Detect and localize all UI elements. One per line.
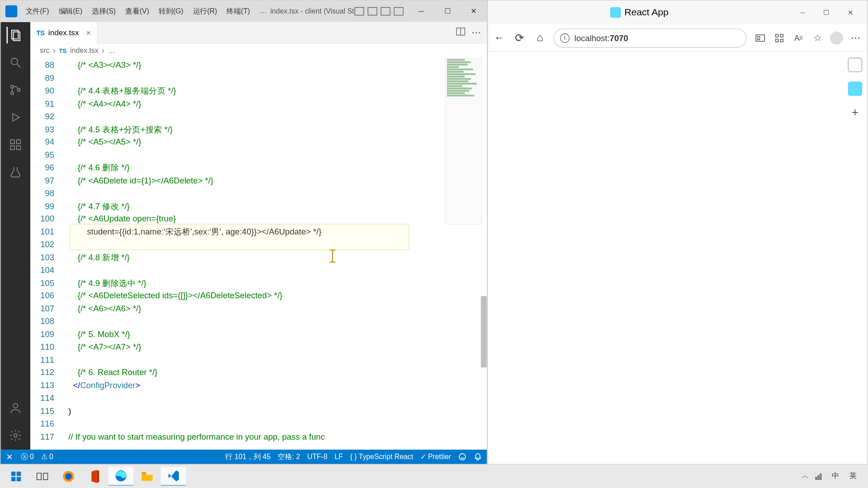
code-line[interactable]: [64, 392, 487, 404]
problems-errors[interactable]: ⓧ 0: [21, 452, 34, 462]
code-line[interactable]: {/* 4.7 修改 */}: [64, 200, 487, 212]
run-debug-icon[interactable]: [7, 109, 24, 126]
menu-selection[interactable]: 选择(S): [88, 4, 119, 19]
code-line[interactable]: {/* <A6Delete id={1}></A6Delete> */}: [64, 174, 487, 187]
layout-bottom-icon[interactable]: [368, 7, 377, 15]
code-line[interactable]: {/* <A7></A7> */}: [64, 341, 487, 353]
code-editor[interactable]: 8889909192939495969798991001011021031041…: [30, 58, 487, 450]
layout-panel-icon[interactable]: [394, 7, 403, 15]
address-bar[interactable]: i localhost:7070: [553, 28, 746, 47]
code-line[interactable]: [64, 315, 487, 328]
breadcrumb[interactable]: src › TS index.tsx › …: [30, 43, 487, 58]
read-aloud-icon[interactable]: A)): [792, 31, 805, 44]
home-button-icon[interactable]: ⌂: [533, 31, 547, 44]
code-line[interactable]: [64, 353, 487, 366]
apps-icon[interactable]: [773, 31, 786, 44]
feedback-icon[interactable]: [458, 453, 467, 461]
code-line[interactable]: {/* <A4></A4> */}: [64, 97, 487, 110]
browser-minimize-button[interactable]: ─: [791, 0, 815, 24]
office-icon[interactable]: [82, 467, 107, 486]
code-line[interactable]: {/* <A6></A6> */}: [64, 302, 487, 315]
browser-close-button[interactable]: ✕: [838, 0, 862, 24]
start-button[interactable]: [4, 467, 28, 486]
minimize-button[interactable]: ─: [408, 0, 434, 22]
back-button-icon[interactable]: ←: [493, 31, 506, 44]
minimap[interactable]: [445, 58, 482, 225]
source-control-icon[interactable]: [7, 82, 24, 99]
menu-run[interactable]: 运行(R): [189, 4, 221, 19]
layout-controls[interactable]: [354, 7, 403, 15]
notifications-bell-icon[interactable]: [474, 453, 482, 461]
code-line[interactable]: </ConfigProvider>: [64, 379, 487, 392]
enter-immersive-icon[interactable]: [754, 31, 767, 44]
code-line[interactable]: [64, 238, 487, 251]
problems-warnings[interactable]: ⚠ 0: [41, 453, 53, 461]
sidebar-panel-icon[interactable]: [848, 58, 863, 72]
tray-network-icon[interactable]: [815, 472, 824, 481]
more-menu-icon[interactable]: ⋯: [849, 31, 862, 44]
code-line[interactable]: [64, 149, 487, 161]
code-line[interactable]: {/* 4.8 新增 */}: [64, 251, 487, 264]
code-line[interactable]: {/* <A6Update open={true}: [64, 213, 487, 225]
code-line[interactable]: [64, 418, 487, 430]
prettier-status[interactable]: ✓ Prettier: [420, 453, 451, 461]
tab-index-tsx[interactable]: TS index.tsx ×: [30, 22, 97, 43]
menu-edit[interactable]: 编辑(E): [55, 4, 86, 19]
extensions-icon[interactable]: [7, 136, 24, 153]
code-line[interactable]: [64, 110, 487, 123]
sidebar-add-icon[interactable]: +: [852, 105, 859, 119]
explorer-icon[interactable]: [6, 27, 23, 43]
task-view-icon[interactable]: [30, 467, 55, 486]
breadcrumb-symbol[interactable]: …: [108, 47, 115, 55]
language-mode[interactable]: { } TypeScript React: [350, 453, 413, 461]
split-editor-icon[interactable]: [456, 27, 465, 38]
code-line[interactable]: [64, 187, 487, 200]
site-info-icon[interactable]: i: [560, 33, 570, 42]
code-line[interactable]: {/* 4.5 表格+分页+搜索 */}: [64, 123, 487, 136]
browser-maximize-button[interactable]: ☐: [815, 0, 839, 24]
profile-avatar[interactable]: [830, 31, 843, 44]
search-icon[interactable]: [7, 54, 24, 71]
tray-chevron-icon[interactable]: ︿: [802, 471, 809, 481]
code-line[interactable]: {/* 6. React Router */}: [64, 366, 487, 379]
code-line[interactable]: {/* 4.6 删除 */}: [64, 161, 487, 174]
close-button[interactable]: ✕: [461, 0, 487, 22]
code-line[interactable]: // If you want to start measuring perfor…: [64, 430, 487, 443]
code-line[interactable]: {/* <A5></A5> */}: [64, 136, 487, 149]
editor-scrollbar[interactable]: [481, 296, 487, 367]
menu-more[interactable]: …: [256, 4, 270, 19]
code-line[interactable]: {/* <A6DeleteSelected ids={[]}></A6Delet…: [64, 290, 487, 302]
favorites-star-icon[interactable]: ☆: [811, 31, 824, 44]
menu-terminal[interactable]: 终端(T): [223, 4, 254, 19]
vscode-taskbar-icon[interactable]: [161, 467, 186, 486]
more-actions-icon[interactable]: ⋯: [472, 27, 481, 38]
code-line[interactable]: {/* 4.4 表格+服务端分页 */}: [64, 84, 487, 97]
firefox-icon[interactable]: [56, 467, 81, 486]
cursor-position[interactable]: 行 101，列 45: [225, 452, 270, 462]
layout-left-icon[interactable]: [354, 7, 364, 15]
testing-icon[interactable]: [7, 164, 24, 180]
layout-right-icon[interactable]: [381, 7, 390, 15]
encoding[interactable]: UTF-8: [307, 453, 328, 461]
react-devtools-icon[interactable]: [848, 82, 863, 96]
code-line[interactable]: ): [64, 405, 487, 418]
code-line[interactable]: [64, 264, 487, 277]
edge-browser-icon[interactable]: [108, 467, 133, 486]
breadcrumb-folder[interactable]: src: [40, 47, 49, 55]
breadcrumb-file[interactable]: index.tsx: [70, 47, 98, 55]
code-line[interactable]: {/* <A3></A3> */}: [64, 59, 487, 71]
menu-view[interactable]: 查看(V): [122, 4, 153, 19]
account-icon[interactable]: [7, 399, 24, 416]
eol[interactable]: LF: [335, 453, 343, 461]
refresh-button-icon[interactable]: ⟳: [513, 31, 526, 44]
code-line[interactable]: {/* 4.9 删除选中 */}: [64, 277, 487, 289]
code-line[interactable]: [64, 72, 487, 84]
code-line[interactable]: {/* 5. MobX */}: [64, 328, 487, 341]
ime-indicator-1[interactable]: 中: [830, 470, 841, 483]
file-explorer-icon[interactable]: [135, 467, 160, 486]
menu-go[interactable]: 转到(G): [155, 4, 187, 19]
menu-file[interactable]: 文件(F): [22, 4, 53, 19]
indentation[interactable]: 空格: 2: [278, 452, 300, 462]
code-content[interactable]: {/* <A3></A3> */} {/* 4.4 表格+服务端分页 */} {…: [64, 58, 487, 450]
ime-indicator-2[interactable]: 英: [847, 470, 859, 483]
